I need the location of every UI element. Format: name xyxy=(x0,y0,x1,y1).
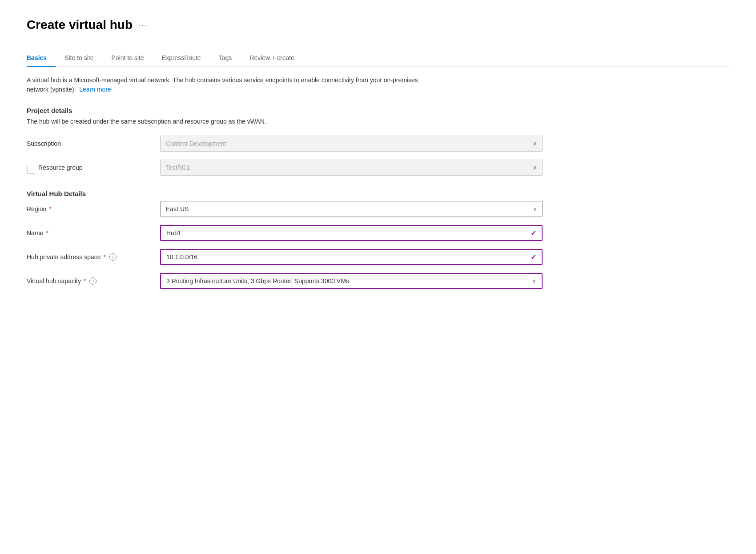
hub-capacity-info-icon[interactable]: i xyxy=(89,277,97,285)
hub-address-control: 10.1.0.0/16 ✓ xyxy=(160,249,543,265)
hub-capacity-chevron-icon: ∨ xyxy=(532,278,536,284)
name-checkmark-icon: ✓ xyxy=(531,229,536,237)
hub-address-label-container: Hub private address space * i xyxy=(27,253,151,261)
resource-group-control: TestRG1 ∨ xyxy=(160,160,543,176)
hierarchy-connector-icon xyxy=(27,165,36,174)
hub-capacity-dropdown[interactable]: 3 Routing Infrastructure Units, 3 Gbps R… xyxy=(160,273,543,289)
subscription-chevron-icon: ∨ xyxy=(533,141,537,147)
resource-group-dropdown[interactable]: TestRG1 ∨ xyxy=(160,160,543,176)
subscription-label: Subscription xyxy=(27,140,61,147)
region-value: East US xyxy=(166,205,533,213)
tab-basics[interactable]: Basics xyxy=(27,50,56,67)
region-chevron-icon: ∨ xyxy=(533,206,537,212)
subscription-dropdown[interactable]: Content Development ∨ xyxy=(160,136,543,152)
hub-address-checkmark-icon: ✓ xyxy=(531,253,536,261)
hub-address-required-star: * xyxy=(104,253,106,261)
hub-capacity-value: 3 Routing Infrastructure Units, 3 Gbps R… xyxy=(166,277,532,285)
hub-capacity-label: Virtual hub capacity xyxy=(27,277,81,285)
name-required-star: * xyxy=(46,229,48,237)
hub-address-input[interactable]: 10.1.0.0/16 ✓ xyxy=(160,249,543,265)
hub-address-label: Hub private address space xyxy=(27,253,101,261)
name-value: Hub1 xyxy=(166,229,531,237)
region-label: Region xyxy=(27,205,46,213)
tab-review-create[interactable]: Review + create xyxy=(241,50,303,67)
region-required-star: * xyxy=(49,205,51,213)
description-text: A virtual hub is a Microsoft-managed vir… xyxy=(27,76,427,94)
page-title: Create virtual hub xyxy=(27,18,133,32)
resource-group-value: TestRG1 xyxy=(166,164,533,171)
name-input[interactable]: Hub1 ✓ xyxy=(160,225,543,241)
region-label-container: Region * xyxy=(27,205,151,213)
project-details-title: Project details xyxy=(27,107,729,114)
name-label-container: Name * xyxy=(27,229,151,237)
subscription-row: Subscription Content Development ∨ xyxy=(27,136,729,152)
page-header: Create virtual hub ··· xyxy=(27,18,729,32)
hub-capacity-row: Virtual hub capacity * i 3 Routing Infra… xyxy=(27,273,729,289)
name-control: Hub1 ✓ xyxy=(160,225,543,241)
tab-site-to-site[interactable]: Site to site xyxy=(56,50,102,67)
region-control: East US ∨ xyxy=(160,201,543,217)
project-details-section: Project details The hub will be created … xyxy=(27,107,729,176)
page-title-ellipsis[interactable]: ··· xyxy=(138,20,148,30)
hub-address-value: 10.1.0.0/16 xyxy=(166,253,531,261)
subscription-value: Content Development xyxy=(166,140,533,147)
subscription-control: Content Development ∨ xyxy=(160,136,543,152)
resource-group-label-container: Resource group xyxy=(27,164,151,171)
tabs-container: Basics Site to site Point to site Expres… xyxy=(27,50,729,67)
tab-point-to-site[interactable]: Point to site xyxy=(103,50,153,67)
hub-capacity-required-star: * xyxy=(84,277,86,285)
learn-more-link[interactable]: Learn more xyxy=(79,86,111,93)
resource-group-row: Resource group TestRG1 ∨ xyxy=(27,160,729,176)
name-row: Name * Hub1 ✓ xyxy=(27,225,729,241)
resource-group-label: Resource group xyxy=(38,164,83,171)
hub-capacity-label-container: Virtual hub capacity * i xyxy=(27,277,151,285)
subscription-label-container: Subscription xyxy=(27,140,151,147)
virtual-hub-details-section: Virtual Hub Details Region * East US ∨ N… xyxy=(27,190,729,289)
hub-address-info-icon[interactable]: i xyxy=(109,253,117,261)
tab-expressroute[interactable]: ExpressRoute xyxy=(153,50,210,67)
hub-capacity-control: 3 Routing Infrastructure Units, 3 Gbps R… xyxy=(160,273,543,289)
name-label: Name xyxy=(27,229,43,237)
resource-group-chevron-icon: ∨ xyxy=(533,165,537,171)
project-details-subtitle: The hub will be created under the same s… xyxy=(27,118,729,125)
hub-address-row: Hub private address space * i 10.1.0.0/1… xyxy=(27,249,729,265)
virtual-hub-details-title: Virtual Hub Details xyxy=(27,190,729,197)
tab-tags[interactable]: Tags xyxy=(210,50,241,67)
region-dropdown[interactable]: East US ∨ xyxy=(160,201,543,217)
region-row: Region * East US ∨ xyxy=(27,201,729,217)
